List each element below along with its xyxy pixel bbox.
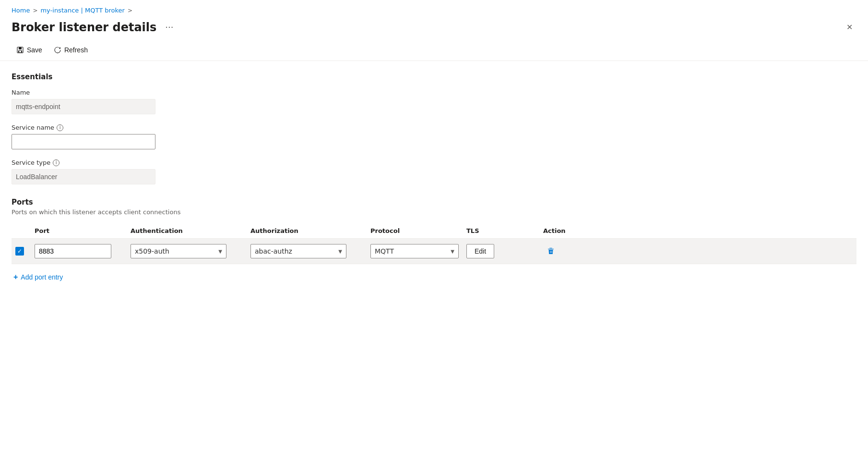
row-action-cell xyxy=(539,244,587,259)
row-checkbox-cell: ✓ xyxy=(12,247,31,256)
col-header-checkbox xyxy=(12,227,31,234)
page-title: Broker listener details xyxy=(12,21,156,34)
table-header: Port Authentication Authorization Protoc… xyxy=(12,223,856,239)
svg-rect-3 xyxy=(19,51,21,52)
plus-icon: + xyxy=(13,273,18,281)
table-row: ✓ x509-auth ▼ abac-authz ▼ xyxy=(12,239,856,264)
refresh-label: Refresh xyxy=(64,46,88,54)
add-entry-label: Add port entry xyxy=(21,273,63,281)
row-tls-cell: Edit xyxy=(463,244,539,258)
delete-icon xyxy=(547,247,555,256)
name-input xyxy=(12,99,155,114)
service-name-label: Service name i xyxy=(12,124,856,131)
protocol-value: MQTT xyxy=(375,247,394,255)
col-header-authentication: Authentication xyxy=(127,227,247,234)
save-button[interactable]: Save xyxy=(12,43,47,57)
tls-edit-button[interactable]: Edit xyxy=(466,244,494,258)
row-authentication-cell: x509-auth ▼ xyxy=(127,244,247,258)
more-options-button[interactable]: ··· xyxy=(162,20,176,34)
ports-description: Ports on which this listener accepts cli… xyxy=(12,208,856,216)
content: Essentials Name Service name i Service t… xyxy=(0,61,868,296)
refresh-button[interactable]: Refresh xyxy=(49,43,93,57)
breadcrumb: Home > my-instance | MQTT broker > xyxy=(0,0,868,17)
port-input[interactable] xyxy=(35,244,111,258)
header-left: Broker listener details ··· xyxy=(12,20,176,34)
row-authorization-cell: abac-authz ▼ xyxy=(247,244,367,258)
breadcrumb-home[interactable]: Home xyxy=(12,7,30,14)
header: Broker listener details ··· ✕ xyxy=(0,17,868,39)
breadcrumb-sep2: > xyxy=(128,7,132,14)
col-header-port: Port xyxy=(31,227,127,234)
row-protocol-cell: MQTT ▼ xyxy=(367,244,463,258)
authentication-dropdown-arrow: ▼ xyxy=(218,249,222,254)
authentication-value: x509-auth xyxy=(135,247,169,255)
protocol-dropdown[interactable]: MQTT ▼ xyxy=(370,244,459,258)
essentials-title: Essentials xyxy=(12,73,856,81)
service-type-field-group: Service type i xyxy=(12,159,856,184)
refresh-icon xyxy=(54,46,61,54)
checkbox-check: ✓ xyxy=(17,248,22,255)
save-label: Save xyxy=(27,46,42,54)
authorization-value: abac-authz xyxy=(255,247,292,255)
page: Home > my-instance | MQTT broker > Broke… xyxy=(0,0,868,451)
close-button[interactable]: ✕ xyxy=(843,20,856,35)
row-port-cell xyxy=(31,244,127,258)
authentication-dropdown[interactable]: x509-auth ▼ xyxy=(131,244,226,258)
service-type-info-icon: i xyxy=(53,159,59,166)
col-header-action: Action xyxy=(539,227,587,234)
col-header-protocol: Protocol xyxy=(367,227,463,234)
breadcrumb-sep1: > xyxy=(33,7,37,14)
service-type-label: Service type i xyxy=(12,159,856,166)
row-checkbox[interactable]: ✓ xyxy=(15,247,24,256)
col-header-authorization: Authorization xyxy=(247,227,367,234)
name-label: Name xyxy=(12,89,856,96)
toolbar: Save Refresh xyxy=(0,39,868,61)
service-name-field-group: Service name i xyxy=(12,124,856,149)
save-icon xyxy=(16,46,24,54)
ports-section: Ports Ports on which this listener accep… xyxy=(12,198,856,284)
ports-title: Ports xyxy=(12,198,856,207)
add-port-entry-button[interactable]: + Add port entry xyxy=(12,270,65,284)
svg-rect-1 xyxy=(19,47,22,49)
service-type-input xyxy=(12,169,155,184)
delete-row-button[interactable] xyxy=(543,244,559,259)
authorization-dropdown[interactable]: abac-authz ▼ xyxy=(250,244,346,258)
protocol-dropdown-arrow: ▼ xyxy=(451,249,454,254)
service-name-info-icon: i xyxy=(57,124,63,131)
name-field-group: Name xyxy=(12,89,856,114)
breadcrumb-instance[interactable]: my-instance | MQTT broker xyxy=(40,7,124,14)
essentials-section: Essentials Name Service name i Service t… xyxy=(12,73,856,184)
service-name-input[interactable] xyxy=(12,134,155,149)
col-header-tls: TLS xyxy=(463,227,539,234)
authorization-dropdown-arrow: ▼ xyxy=(338,249,342,254)
